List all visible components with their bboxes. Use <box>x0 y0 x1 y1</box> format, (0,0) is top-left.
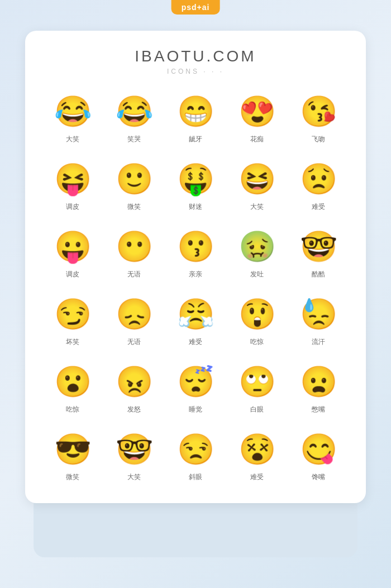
icon-label: 酷酷 <box>312 270 325 279</box>
emoji-icon: 😦 <box>298 361 338 401</box>
icon-cell: 🤓酷酷 <box>288 222 349 284</box>
icon-cell: 😵难受 <box>226 424 288 486</box>
icon-label: 飞吻 <box>312 135 325 144</box>
icon-label: 笑哭 <box>127 135 141 144</box>
icon-label: 财迷 <box>189 202 202 212</box>
top-badge: psd+ai <box>171 0 220 15</box>
icon-cell: 🤢发吐 <box>226 222 288 284</box>
icon-cell: 🤑财迷 <box>165 154 226 216</box>
icon-cell: 😁龇牙 <box>165 87 226 149</box>
emoji-icon: 😴 <box>175 361 216 401</box>
emoji-icon: 😆 <box>237 159 277 199</box>
icon-cell: 😂笑哭 <box>103 87 165 149</box>
card-title: IBAOTU.COM <box>42 47 349 65</box>
icon-cell: 😟难受 <box>288 154 349 216</box>
icon-cell: 😲吃惊 <box>226 289 288 351</box>
emoji-icon: 😮 <box>53 361 93 401</box>
icon-label: 大笑 <box>66 135 79 144</box>
emoji-icon: 🙂 <box>114 159 154 199</box>
icon-label: 微笑 <box>66 472 79 482</box>
card-subtitle: ICONS · · · <box>42 68 349 75</box>
emoji-icon: 🤑 <box>175 159 216 199</box>
icon-label: 大笑 <box>127 472 141 482</box>
emoji-icon: 😏 <box>53 294 93 334</box>
icon-label: 坏笑 <box>66 337 79 347</box>
icon-cell: 😘飞吻 <box>288 87 349 149</box>
emoji-icon: 😞 <box>114 294 154 334</box>
icon-cell: 😗亲亲 <box>165 222 226 284</box>
icon-label: 亲亲 <box>189 270 202 279</box>
emoji-icon: 😍 <box>237 91 277 131</box>
icon-label: 发吐 <box>250 270 264 279</box>
icon-label: 无语 <box>127 337 141 347</box>
emoji-icon: 😛 <box>53 226 93 266</box>
emoji-icon: 😂 <box>53 91 93 131</box>
emoji-icon: 🤢 <box>237 226 277 266</box>
icon-label: 调皮 <box>66 202 79 212</box>
icon-label: 睡觉 <box>189 405 202 414</box>
icon-cell: 😴睡觉 <box>165 357 226 419</box>
icon-cell: 😍花痴 <box>226 87 288 149</box>
icon-label: 难受 <box>312 202 325 212</box>
icon-cell: 😏坏笑 <box>42 289 103 351</box>
icon-label: 吃惊 <box>250 337 264 347</box>
emoji-icon: 😓 <box>298 294 338 334</box>
icon-cell: 🙄白眼 <box>226 357 288 419</box>
icon-label: 发怒 <box>127 405 141 414</box>
emoji-icon: 😎 <box>53 429 93 469</box>
icon-label: 难受 <box>250 472 264 482</box>
icon-label: 吃惊 <box>66 405 79 414</box>
emoji-icon: 😤 <box>175 294 216 334</box>
emoji-icon: 😶 <box>114 226 154 266</box>
icon-label: 无语 <box>127 270 141 279</box>
main-card: IBAOTU.COM ICONS · · · 😂大笑😂笑哭😁龇牙😍花痴😘飞吻😝调… <box>25 31 366 503</box>
icon-cell: 😤难受 <box>165 289 226 351</box>
emoji-icon: 😲 <box>237 294 277 334</box>
emoji-icon: 🙄 <box>237 361 277 401</box>
emoji-icon: 😟 <box>298 159 338 199</box>
emoji-icon: 😘 <box>298 91 338 131</box>
emoji-icon: 😝 <box>53 159 93 199</box>
icon-label: 龇牙 <box>189 135 202 144</box>
emoji-icon: 🤓 <box>114 429 154 469</box>
emoji-icon: 😠 <box>114 361 154 401</box>
icon-label: 微笑 <box>127 202 141 212</box>
emoji-icon: 😵 <box>237 429 277 469</box>
icon-cell: 😠发怒 <box>103 357 165 419</box>
icon-cell: 🤓大笑 <box>103 424 165 486</box>
emoji-icon: 😗 <box>175 226 216 266</box>
icon-label: 斜眼 <box>189 472 202 482</box>
icon-label: 大笑 <box>250 202 264 212</box>
icon-cell: 😞无语 <box>103 289 165 351</box>
icon-cell: 🙂微笑 <box>103 154 165 216</box>
emoji-icon: 😂 <box>114 91 154 131</box>
icon-label: 白眼 <box>250 405 264 414</box>
icon-label: 调皮 <box>66 270 79 279</box>
icon-cell: 😝调皮 <box>42 154 103 216</box>
icon-label: 馋嘴 <box>312 472 325 482</box>
emoji-icon: 😒 <box>175 429 216 469</box>
icons-grid: 😂大笑😂笑哭😁龇牙😍花痴😘飞吻😝调皮🙂微笑🤑财迷😆大笑😟难受😛调皮😶无语😗亲亲🤢… <box>42 87 349 486</box>
icon-cell: 😮吃惊 <box>42 357 103 419</box>
icon-cell: 😒斜眼 <box>165 424 226 486</box>
icon-label: 难受 <box>189 337 202 347</box>
icon-label: 憋嘴 <box>312 405 325 414</box>
icon-cell: 😎微笑 <box>42 424 103 486</box>
icon-cell: 😆大笑 <box>226 154 288 216</box>
icon-cell: 😓流汗 <box>288 289 349 351</box>
icon-cell: 😛调皮 <box>42 222 103 284</box>
emoji-icon: 🤓 <box>298 226 338 266</box>
icon-cell: 😋馋嘴 <box>288 424 349 486</box>
emoji-icon: 😋 <box>298 429 338 469</box>
icon-label: 花痴 <box>250 135 264 144</box>
icon-cell: 😦憋嘴 <box>288 357 349 419</box>
icon-cell: 😂大笑 <box>42 87 103 149</box>
icon-cell: 😶无语 <box>103 222 165 284</box>
emoji-icon: 😁 <box>175 91 216 131</box>
icon-label: 流汗 <box>312 337 325 347</box>
